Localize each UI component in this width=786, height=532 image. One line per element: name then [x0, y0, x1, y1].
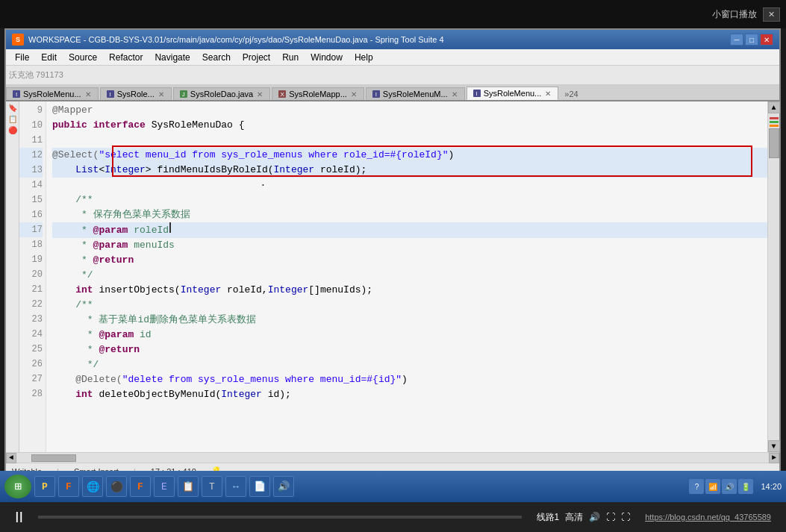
top-bar: 小窗口播放 ✕ — [0, 0, 786, 28]
tab-overflow[interactable]: »24 — [560, 88, 582, 100]
code-line-23: * 基于菜单id删除角色菜单关系表数据 — [52, 313, 767, 328]
toolbar: 沃克池 791173 — [6, 66, 779, 85]
menu-help[interactable]: Help — [349, 51, 379, 64]
tab-4[interactable]: I SysRoleMenuM... ✕ — [366, 87, 465, 100]
tray-network-icon[interactable]: 📶 — [705, 479, 720, 494]
taskbar-btn-circle[interactable]: ⚫ — [106, 476, 127, 497]
pause-button[interactable]: II — [15, 509, 23, 526]
code-line-11 — [52, 133, 767, 148]
title-bar-text: WORKSPACE - CGB-DB-SYS-V3.01/src/main/ja… — [28, 35, 730, 44]
code-line-16: * 保存角色菜单关系数据 — [52, 207, 767, 222]
menu-source[interactable]: Source — [63, 51, 103, 64]
menu-project[interactable]: Project — [237, 51, 276, 64]
tab-icon-2: J — [180, 90, 187, 98]
scroll-down-button[interactable]: ▼ — [768, 440, 780, 452]
expand-icon[interactable]: ⛶ — [606, 512, 615, 522]
code-line-26: */ — [52, 357, 767, 372]
h-scrollbar-thumb[interactable] — [31, 454, 76, 462]
quality-info: 线路1 高清 🔊 ⛶ ⛶ — [537, 511, 631, 524]
taskbar-btn-doc[interactable]: 📄 — [249, 476, 270, 497]
taskbar-btn-audio[interactable]: 🔊 — [273, 476, 294, 497]
menu-navigate[interactable]: Navigate — [149, 51, 196, 64]
menu-search[interactable]: Search — [196, 51, 237, 64]
taskbar-btn-p[interactable]: P — [34, 476, 55, 497]
title-bar: S WORKSPACE - CGB-DB-SYS-V3.01/src/main/… — [6, 30, 779, 49]
code-annotation-9: @Mapper — [52, 103, 93, 118]
kw-public: public — [52, 118, 87, 133]
menu-file[interactable]: File — [9, 51, 35, 64]
minimize-button[interactable]: ─ — [730, 34, 743, 46]
taskbar-time: 14:20 — [761, 482, 782, 491]
scroll-left-button[interactable]: ◄ — [6, 453, 16, 463]
audio-icon: 🔊 — [589, 512, 600, 522]
code-line-21: int insertObjects( Integer roleId, Integ… — [52, 283, 767, 298]
code-line-19: * @return — [52, 253, 767, 268]
tab-2[interactable]: J SysRoleDao.java ✕ — [173, 87, 270, 100]
code-integer-type: Integer — [105, 163, 146, 178]
tray-sound-icon[interactable]: 🔊 — [722, 479, 737, 494]
tab-close-3[interactable]: ✕ — [350, 90, 358, 98]
code-area[interactable]: @Mapper public interface SysRoleMenuDao … — [46, 101, 767, 452]
tab-icon-0: I — [13, 90, 20, 98]
tab-icon-3: X — [278, 90, 286, 98]
menu-refactor[interactable]: Refactor — [103, 51, 149, 64]
close-button[interactable]: ✕ — [760, 34, 773, 46]
code-line-20: */ — [52, 268, 767, 283]
tab-1[interactable]: I SysRole... ✕ — [100, 87, 172, 100]
tab-5[interactable]: I SysRoleMenu... ✕ — [467, 87, 559, 100]
gutter-icon-breakpoints: 🔴 — [7, 125, 18, 136]
kw-interface: interface — [93, 118, 146, 133]
taskbar-btn-f2[interactable]: F — [130, 476, 151, 497]
taskbar-btn-web[interactable]: 🌐 — [82, 476, 103, 497]
taskbar-btn-clip[interactable]: 📋 — [178, 476, 199, 497]
gutter-icon-tasks: 📋 — [7, 114, 18, 125]
taskbar-btn-e[interactable]: E — [154, 476, 175, 497]
taskbar-btn-f[interactable]: F — [58, 476, 79, 497]
right-scrollbar[interactable]: ▲ ▼ — [767, 101, 779, 452]
code-line-9: @Mapper — [52, 103, 767, 118]
tab-close-5[interactable]: ✕ — [544, 90, 552, 98]
scroll-up-button[interactable]: ▲ — [768, 101, 780, 113]
menu-window[interactable]: Window — [305, 51, 349, 64]
code-line-24: * @param id — [52, 328, 767, 342]
code-integer-param: Integer — [274, 163, 315, 178]
tab-3[interactable]: X SysRoleMapp... ✕ — [272, 87, 364, 100]
scroll-right-button[interactable]: ► — [769, 453, 779, 463]
menu-run[interactable]: Run — [276, 51, 305, 64]
scrollbar-track[interactable] — [768, 113, 779, 440]
scrollbar-thumb[interactable] — [769, 128, 779, 158]
restore-button[interactable]: □ — [745, 34, 758, 46]
h-scrollbar[interactable]: ◄ ► — [6, 452, 779, 463]
taskbar-btn-tools[interactable]: T — [202, 476, 222, 497]
code-line-10: public interface SysRoleMenuDao { — [52, 118, 767, 133]
code-line-17: * @param roleId — [52, 222, 767, 238]
toolbar-annotation: 沃克池 791173 — [9, 69, 63, 81]
tab-icon-5: I — [473, 90, 481, 97]
menu-edit[interactable]: Edit — [35, 51, 63, 64]
bottom-bar: II 线路1 高清 🔊 ⛶ ⛶ https://blog.csdn.net/qq… — [0, 502, 786, 532]
tab-close-4[interactable]: ✕ — [451, 90, 458, 98]
code-select-string: "select menu_id from sys_role_menus wher… — [99, 148, 448, 163]
ide-icon: S — [12, 34, 24, 46]
right-indicators — [770, 117, 779, 127]
start-button[interactable]: ⊞ — [4, 475, 31, 498]
fullscreen-icon[interactable]: ⛶ — [621, 512, 630, 522]
tab-close-2[interactable]: ✕ — [256, 90, 263, 98]
code-line-25: * @return — [52, 342, 767, 357]
tab-label-5: SysRoleMenu... — [484, 89, 542, 98]
tab-close-0[interactable]: ✕ — [84, 90, 92, 98]
code-line-18: * @param menuIds — [52, 238, 767, 253]
code-list-type: List — [75, 163, 99, 178]
tab-label-4: SysRoleMenuM... — [383, 90, 448, 98]
tab-0[interactable]: I SysRoleMenu... ✕ — [6, 87, 99, 100]
top-bar-close[interactable]: ✕ — [763, 7, 780, 22]
blog-url: https://blog.csdn.net/qq_43765589 — [645, 513, 771, 522]
editor-area: 🔖 📋 🔴 9 10 11 12 13 14 15 16 17 18 19 20… — [6, 101, 779, 452]
taskbar-btn-arrows[interactable]: ↔ — [225, 476, 246, 497]
taskbar: ⊞ P F 🌐 ⚫ F E 📋 T ↔ 📄 🔊 ? 📶 🔊 🔋 14:20 — [0, 471, 786, 502]
tray-battery-icon[interactable]: 🔋 — [738, 479, 753, 494]
warning-indicator — [770, 125, 779, 127]
tab-close-1[interactable]: ✕ — [157, 90, 165, 98]
taskbar-tray: ? 📶 🔊 🔋 14:20 — [689, 479, 782, 494]
tray-help-icon[interactable]: ? — [689, 479, 704, 494]
